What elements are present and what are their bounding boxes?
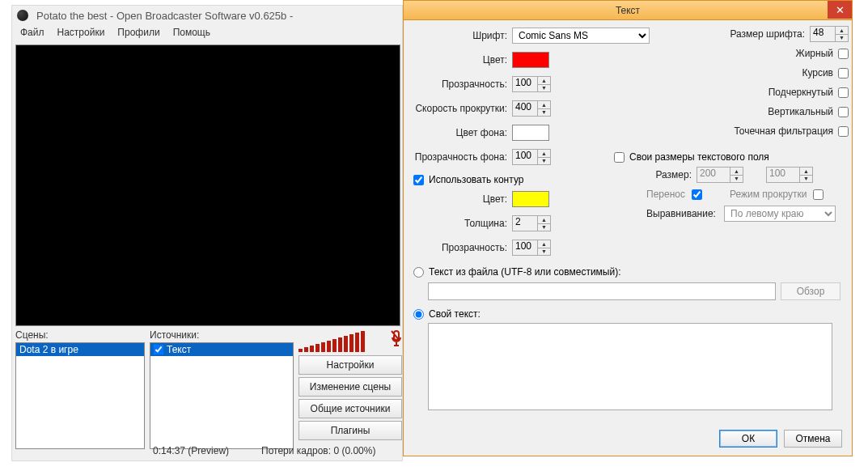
- custom-extents-checkbox[interactable]: [614, 152, 625, 163]
- bold-label: Жирный: [796, 48, 833, 59]
- scenes-listbox[interactable]: Dota 2 в игре: [15, 342, 145, 449]
- bg-opacity-spinner[interactable]: 100 ▲▼: [512, 149, 551, 165]
- own-text-label: Свой текст:: [429, 308, 481, 320]
- mic-meter: [299, 329, 404, 352]
- menu-file[interactable]: Файл: [15, 25, 49, 41]
- scroll-mode-label: Режим прокрутки: [730, 189, 807, 200]
- dialog-titlebar: Текст ✕: [404, 1, 852, 20]
- use-outline-label: Использовать контур: [429, 174, 523, 185]
- menu-settings[interactable]: Настройки: [53, 25, 110, 41]
- font-size-label: Размер шрифта:: [730, 28, 805, 40]
- bg-color-picker[interactable]: [512, 125, 549, 141]
- close-icon[interactable]: ✕: [828, 1, 852, 19]
- ok-button[interactable]: ОК: [719, 430, 777, 448]
- scroll-speed-spinner[interactable]: 400 ▲▼: [512, 100, 551, 117]
- text-content-textarea[interactable]: [428, 323, 832, 410]
- custom-extents-label: Свои размеры текстового поля: [629, 151, 769, 163]
- outline-color-label: Цвет:: [409, 193, 512, 205]
- app-title: Potato the best - Open Broadcaster Softw…: [36, 10, 293, 22]
- underline-label: Подчеркнутый: [768, 87, 833, 98]
- sources-label: Источники:: [150, 329, 294, 341]
- obs-icon: [17, 10, 28, 21]
- point-filter-label: Точечная фильтрация: [734, 125, 833, 137]
- preview-area: [15, 45, 400, 326]
- text-from-file-radio[interactable]: [413, 267, 424, 278]
- outline-opacity-spinner[interactable]: 100 ▲▼: [512, 240, 551, 256]
- use-outline-checkbox[interactable]: [413, 175, 424, 185]
- scroll-speed-label: Скорость прокрутки:: [409, 103, 512, 114]
- status-drops: Потери кадров: 0 (0.00%): [261, 445, 375, 456]
- outline-opacity-label: Прозрачность:: [409, 242, 512, 253]
- scene-item[interactable]: Dota 2 в игре: [16, 343, 144, 356]
- wrap-label: Перенос: [646, 189, 685, 200]
- thickness-spinner[interactable]: 2 ▲▼: [512, 215, 551, 231]
- scenes-panel: Сцены: Dota 2 в игре: [15, 329, 145, 449]
- color-picker[interactable]: [512, 52, 549, 68]
- plugins-button[interactable]: Плагины: [299, 421, 402, 440]
- own-text-radio[interactable]: [413, 309, 424, 320]
- vertical-checkbox[interactable]: [838, 107, 849, 117]
- statusbar: 0:14:37 (Preview) Потери кадров: 0 (0.00…: [15, 443, 400, 459]
- sources-panel: Источники: Текст: [150, 329, 294, 449]
- bg-opacity-label: Прозрачность фона:: [409, 151, 512, 163]
- italic-checkbox[interactable]: [838, 68, 849, 78]
- mic-icon[interactable]: [389, 329, 404, 347]
- menu-profiles[interactable]: Профили: [112, 25, 164, 41]
- edit-scene-button[interactable]: Изменение сцены: [299, 377, 402, 397]
- settings-button[interactable]: Настройки: [299, 355, 402, 375]
- align-label: Выравнивание:: [646, 208, 719, 219]
- main-window: Potato the best - Open Broadcaster Softw…: [11, 5, 403, 461]
- bold-checkbox[interactable]: [838, 49, 849, 59]
- size-h-spinner[interactable]: 100 ▲▼: [766, 167, 813, 183]
- wrap-checkbox[interactable]: [692, 189, 702, 200]
- underline-checkbox[interactable]: [838, 87, 849, 98]
- thickness-label: Толщина:: [409, 218, 512, 229]
- source-item-label: Текст: [167, 344, 191, 355]
- point-filter-checkbox[interactable]: [838, 126, 849, 137]
- font-size-spinner[interactable]: 48 ▲▼: [810, 26, 849, 42]
- text-dialog: Текст ✕ Шрифт: Comic Sans MS Цвет: Прозр…: [403, 0, 853, 456]
- source-item[interactable]: Текст: [150, 343, 293, 356]
- cancel-button[interactable]: Отмена: [784, 430, 842, 448]
- outline-color-picker[interactable]: [512, 191, 549, 207]
- menubar: Файл Настройки Профили Помощь: [12, 25, 402, 41]
- source-item-checkbox[interactable]: [154, 345, 163, 354]
- right-controls: Настройки Изменение сцены Общие источник…: [299, 329, 404, 443]
- scenes-label: Сцены:: [15, 329, 145, 341]
- bg-color-label: Цвет фона:: [409, 127, 512, 138]
- color-label: Цвет:: [409, 54, 512, 66]
- italic-label: Курсив: [802, 67, 833, 78]
- text-from-file-label: Текст из файла (UTF-8 или совместимый):: [429, 266, 621, 278]
- align-select[interactable]: По левому краю: [724, 206, 836, 222]
- sources-listbox[interactable]: Текст: [150, 342, 294, 449]
- menu-help[interactable]: Помощь: [168, 25, 215, 41]
- opacity-label: Прозрачность:: [409, 78, 512, 90]
- size-label: Размер:: [646, 169, 692, 180]
- scroll-mode-checkbox[interactable]: [813, 189, 824, 200]
- file-path-input[interactable]: [428, 282, 776, 300]
- global-sources-button[interactable]: Общие источники: [299, 399, 402, 418]
- status-time: 0:14:37 (Preview): [153, 445, 229, 456]
- font-select[interactable]: Comic Sans MS: [512, 28, 650, 44]
- dialog-title: Текст: [616, 5, 640, 16]
- browse-button[interactable]: Обзор: [781, 282, 840, 300]
- size-w-spinner[interactable]: 200 ▲▼: [697, 167, 743, 183]
- font-label: Шрифт:: [409, 30, 512, 41]
- main-titlebar: Potato the best - Open Broadcaster Softw…: [12, 6, 402, 25]
- opacity-spinner[interactable]: 100 ▲▼: [512, 76, 551, 92]
- vertical-label: Вертикальный: [768, 106, 833, 117]
